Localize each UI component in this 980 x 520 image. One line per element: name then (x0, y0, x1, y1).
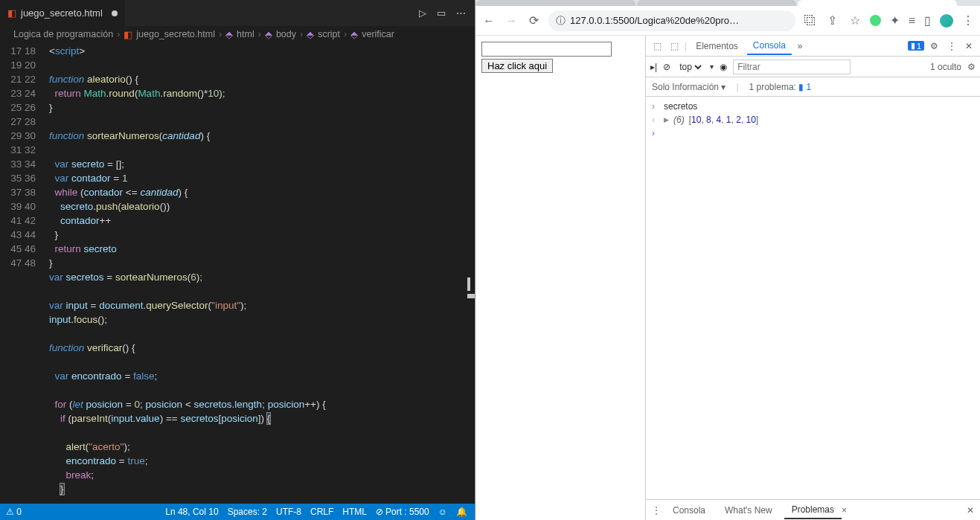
tab-actions: ▷ ▭ ⋯ (419, 7, 475, 19)
back-icon[interactable]: ← (481, 14, 496, 28)
html-file-icon: ◧ (124, 29, 132, 40)
tab-console[interactable]: Consola (747, 37, 792, 55)
editor-tab[interactable]: ◧ juego_secreto.html (0, 0, 126, 26)
breadcrumb[interactable]: Logica de programación› ◧juego_secreto.h… (0, 26, 475, 42)
devtools-drawer-tabs: ⋮ Consola What's New Problemas × ✕ (646, 499, 980, 520)
clear-console-icon[interactable]: ⊘ (663, 62, 670, 72)
issues-badge[interactable]: ▮ 1 (908, 41, 924, 51)
tab-filename: juego_secreto.html (21, 7, 103, 19)
code-editor[interactable]: 17 18 19 20 21 22 23 24 25 26 27 28 29 3… (0, 42, 475, 504)
extensions-icon[interactable]: ✦ (890, 13, 900, 28)
status-spaces[interactable]: Spaces: 2 (228, 507, 267, 517)
close-devtools-icon[interactable]: ✕ (962, 39, 976, 54)
status-problems[interactable]: ⚠ 0 (0, 507, 28, 517)
run-icon[interactable]: ▷ (419, 7, 426, 19)
split-editor-icon[interactable]: ▭ (437, 7, 446, 19)
console-row[interactable]: ‹ ▶ (6) [10, 8, 4, 1, 2, 10] (646, 113, 980, 126)
unsaved-dot-icon (112, 10, 118, 16)
devtools-tabs: ⬚ ⬚ | Elementos Consola » ▮ 1 ⚙ ⋮ ✕ (646, 36, 980, 57)
status-lang[interactable]: HTML (342, 507, 367, 517)
haz-click-button[interactable]: Haz click aqui (481, 59, 553, 73)
console-settings-icon[interactable]: ⚙ (967, 62, 976, 72)
browser-tab[interactable] (476, 0, 635, 6)
filter-level[interactable]: Solo Información ▾ (652, 82, 726, 92)
inspect-icon[interactable]: ⬚ (650, 39, 664, 54)
number-input[interactable] (481, 42, 612, 57)
input-marker-icon: › (652, 101, 659, 112)
browser-content: Haz click aqui ⬚ ⬚ | Elementos Consola »… (475, 36, 980, 520)
symbol-icon: ⬘ (350, 29, 358, 40)
console-prompt[interactable]: › (646, 126, 980, 140)
extensions-area: ✦ ≡ ▯ ⋮ (870, 13, 974, 28)
status-port[interactable]: ⊘ Port : 5500 (376, 507, 429, 517)
browser-window: ← → ⟳ ⓘ 127.0.0.1:5500/Logica%20de%20pro… (475, 0, 980, 520)
extension-icon[interactable] (870, 15, 881, 26)
status-bell-icon[interactable]: 🔔 (456, 507, 467, 517)
array-preview: [10, 8, 4, 1, 2, 10] (689, 115, 759, 125)
html-file-icon: ◧ (7, 7, 16, 19)
settings-icon[interactable]: ⚙ (927, 39, 941, 54)
status-eol[interactable]: CRLF (310, 507, 333, 517)
expand-icon[interactable]: ▶ (664, 116, 669, 123)
reload-icon[interactable]: ⟳ (526, 13, 541, 28)
console-info-bar: Solo Información ▾ | 1 problema: ▮ 1 (646, 77, 980, 97)
browser-tab-active[interactable] (798, 0, 957, 6)
close-drawer-tab-icon[interactable]: × (842, 505, 847, 516)
more-icon[interactable]: ⋯ (456, 7, 466, 19)
breadcrumb-item[interactable]: script (318, 29, 340, 39)
profile-avatar[interactable] (940, 14, 953, 28)
line-gutter: 17 18 19 20 21 22 23 24 25 26 27 28 29 3… (0, 42, 49, 504)
reading-list-icon[interactable]: ≡ (909, 14, 915, 28)
console-sidebar-icon[interactable]: ▸| (650, 62, 657, 72)
drawer-menu-icon[interactable]: ⋮ (652, 505, 661, 516)
status-ln-col[interactable]: Ln 48, Col 10 (165, 507, 218, 517)
drawer-tab-console[interactable]: Consola (665, 502, 713, 519)
drawer-tab-problems[interactable]: Problemas (784, 501, 842, 519)
status-feedback-icon[interactable]: ☺ (438, 507, 447, 517)
minimap-indicator[interactable] (467, 277, 470, 291)
more-tabs-icon[interactable]: » (795, 41, 806, 51)
console-text: secretos (664, 101, 697, 112)
code-area[interactable]: <script> function aleatorio() { return M… (49, 42, 475, 504)
share-icon[interactable]: ⇪ (825, 13, 840, 28)
vscode-window: ◧ juego_secreto.html ▷ ▭ ⋯ Logica de pro… (0, 0, 475, 520)
breadcrumb-item[interactable]: juego_secreto.html (136, 29, 215, 39)
prompt-icon: › (652, 128, 659, 138)
devtools-panel: ⬚ ⬚ | Elementos Consola » ▮ 1 ⚙ ⋮ ✕ ▸| ⊘… (645, 36, 980, 520)
context-select[interactable]: top (676, 61, 704, 73)
breadcrumb-item[interactable]: Logica de programación (13, 29, 113, 39)
console-row[interactable]: › secretos (646, 100, 980, 113)
breadcrumb-item[interactable]: body (276, 29, 296, 39)
drawer-tab-whatsnew[interactable]: What's New (717, 502, 780, 519)
close-drawer-icon[interactable]: ✕ (967, 505, 974, 516)
hidden-count[interactable]: 1 oculto (930, 62, 961, 72)
editor-tab-bar: ◧ juego_secreto.html ▷ ▭ ⋯ (0, 0, 475, 26)
console-output[interactable]: › secretos ‹ ▶ (6) [10, 8, 4, 1, 2, 10] … (646, 97, 980, 499)
breadcrumb-item[interactable]: verificar (362, 29, 394, 39)
browser-tab[interactable] (637, 0, 796, 6)
status-encoding[interactable]: UTF-8 (276, 507, 301, 517)
tab-elements[interactable]: Elementos (690, 38, 744, 54)
forward-icon[interactable]: → (504, 14, 519, 28)
symbol-icon: ⬘ (265, 29, 272, 40)
breadcrumb-item[interactable]: html (237, 29, 254, 39)
translate-icon[interactable]: ⿻ (803, 14, 818, 28)
device-toggle-icon[interactable]: ⬚ (667, 39, 682, 54)
live-expression-icon[interactable]: ◉ (720, 62, 727, 72)
problems-link[interactable]: 1 problema: ▮ 1 (749, 82, 812, 92)
site-info-icon[interactable]: ⓘ (556, 14, 566, 28)
web-page: Haz click aqui (475, 36, 645, 520)
star-icon[interactable]: ☆ (848, 13, 862, 28)
menu-icon[interactable]: ⋮ (962, 13, 974, 28)
menu-icon[interactable]: ⋮ (944, 39, 959, 54)
address-bar-row: ← → ⟳ ⓘ 127.0.0.1:5500/Logica%20de%20pro… (475, 6, 980, 36)
url-bar[interactable]: ⓘ 127.0.0.1:5500/Logica%20de%20pro… (548, 10, 795, 31)
overview-ruler[interactable] (467, 294, 475, 298)
output-marker-icon: ‹ (652, 115, 659, 125)
symbol-icon: ⬘ (225, 29, 233, 40)
browser-tab-strip (475, 0, 980, 6)
side-panel-icon[interactable]: ▯ (924, 13, 931, 28)
console-filter-input[interactable] (733, 60, 851, 74)
status-bar: ⚠ 0 Ln 48, Col 10 Spaces: 2 UTF-8 CRLF H… (0, 504, 475, 520)
console-toolbar: ▸| ⊘ top ▾ ◉ 1 oculto ⚙ (646, 57, 980, 77)
